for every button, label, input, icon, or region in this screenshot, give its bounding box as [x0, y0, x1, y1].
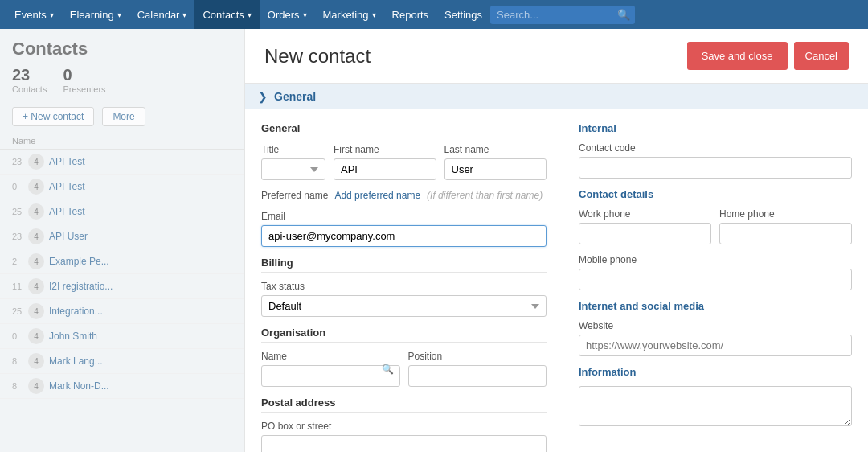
po-box-label: PO box or street [261, 421, 547, 432]
list-item[interactable]: 25 4 API Test [0, 199, 244, 224]
lastname-field-col: Last name [444, 144, 547, 180]
nav-item-calendar[interactable]: Calendar ▾ [129, 0, 195, 29]
nav-item-settings[interactable]: Settings [436, 0, 490, 29]
search-icon: 🔍 [617, 9, 630, 21]
firstname-label: First name [334, 144, 436, 155]
cancel-button[interactable]: Cancel [794, 42, 849, 70]
list-item[interactable]: 2 4 Example Pe... [0, 249, 244, 274]
new-contact-button[interactable]: + New contact [12, 107, 94, 126]
list-item[interactable]: 8 4 Mark Non-D... [0, 374, 244, 399]
preferred-name-hint: (If different than first name) [427, 190, 542, 201]
contact-code-input[interactable] [579, 157, 852, 179]
email-input[interactable] [261, 225, 547, 247]
position-input[interactable] [408, 365, 547, 387]
nav-item-events[interactable]: Events ▾ [6, 0, 62, 29]
chevron-down-icon: ▾ [248, 10, 252, 19]
list-item[interactable]: 0 4 John Smith [0, 324, 244, 349]
contact-code-col: Contact code [579, 142, 852, 179]
contact-code-row: Contact code [579, 142, 852, 179]
contact-code-label: Contact code [579, 142, 852, 154]
add-preferred-name-link[interactable]: Add preferred name [334, 190, 420, 201]
internal-section: Internal Contact code [579, 122, 852, 179]
tax-status-select[interactable]: Default Exempt Standard [261, 295, 547, 317]
nav-item-elearning[interactable]: Elearning ▾ [62, 0, 129, 29]
firstname-input[interactable] [334, 158, 436, 180]
list-item[interactable]: 8 4 Mark Lang... [0, 349, 244, 374]
name-fields-row: Title Mr Ms Mrs Dr First name [261, 144, 547, 180]
phone-row: Work phone Home phone [579, 208, 852, 244]
general-section-header[interactable]: ❯ General [245, 84, 868, 109]
internet-title: Internet and social media [579, 300, 852, 312]
billing-title: Billing [261, 257, 547, 273]
organisation-title: Organisation [261, 327, 547, 343]
avatar: 4 [28, 353, 44, 369]
nav-item-marketing[interactable]: Marketing ▾ [315, 0, 384, 29]
information-textarea[interactable] [579, 386, 852, 426]
work-phone-label: Work phone [579, 208, 711, 220]
avatar: 4 [28, 303, 44, 319]
main-content: New contact Save and close Cancel ❯ Gene… [245, 29, 868, 452]
stat-contacts: 23 Contacts [12, 66, 47, 94]
avatar: 4 [28, 228, 44, 244]
email-field-col: Email [261, 211, 547, 247]
organisation-section: Organisation Name 🔍 Position [261, 327, 547, 387]
sidebar-list: 23 4 API Test0 4 API Test25 4 API Test23… [0, 150, 244, 399]
stat-presenters: 0 Presenters [63, 66, 105, 94]
mobile-phone-label: Mobile phone [579, 254, 852, 265]
mobile-row: Mobile phone [579, 254, 852, 290]
firstname-field-col: First name [334, 144, 436, 180]
title-select[interactable]: Mr Ms Mrs Dr [261, 158, 326, 180]
postal-section: Postal address PO box or street [261, 397, 547, 452]
chevron-down-icon: ▾ [117, 10, 121, 19]
website-col: Website [579, 320, 852, 356]
more-button[interactable]: More [102, 107, 145, 126]
po-box-input[interactable] [261, 435, 547, 452]
avatar: 4 [28, 253, 44, 269]
nav-item-reports[interactable]: Reports [384, 0, 437, 29]
nav-item-contacts[interactable]: Contacts ▾ [194, 0, 259, 29]
chevron-down-icon: ▾ [50, 10, 54, 19]
work-phone-input[interactable] [579, 223, 711, 244]
nav-item-orders[interactable]: Orders ▾ [260, 0, 315, 29]
avatar: 4 [28, 203, 44, 220]
title-field-col: Title Mr Ms Mrs Dr [261, 144, 326, 180]
org-name-label: Name [261, 351, 400, 362]
list-item[interactable]: 25 4 Integration... [0, 299, 244, 324]
avatar: 4 [28, 179, 44, 195]
form-right-column: Internal Contact code Contact details Wo… [579, 122, 852, 452]
list-item[interactable]: 23 4 API User [0, 224, 244, 249]
org-fields-row: Name 🔍 Position [261, 351, 547, 387]
internet-section: Internet and social media Website [579, 300, 852, 356]
website-input[interactable] [579, 335, 852, 356]
chevron-right-icon: ❯ [258, 90, 268, 103]
mobile-phone-input[interactable] [579, 269, 852, 290]
postal-title: Postal address [261, 397, 547, 413]
form-body: General Title Mr Ms Mrs Dr [245, 109, 868, 452]
billing-section: Billing Tax status Default Exempt Standa… [261, 257, 547, 317]
internal-title: Internal [579, 122, 852, 134]
contact-details-title: Contact details [579, 188, 852, 200]
sidebar-stats: 23 Contacts 0 Presenters [0, 66, 244, 104]
title-label: Title [261, 144, 326, 155]
list-item[interactable]: 11 4 I2I registratio... [0, 274, 244, 299]
save-and-close-button[interactable]: Save and close [687, 42, 788, 70]
main-layout: Contacts 23 Contacts 0 Presenters + New … [0, 29, 868, 452]
list-item[interactable]: 23 4 API Test [0, 150, 244, 175]
preferred-name-row: Preferred name Add preferred name (If di… [261, 190, 547, 201]
list-item[interactable]: 0 4 API Test [0, 175, 244, 199]
org-name-input[interactable] [261, 365, 400, 387]
org-name-col: Name 🔍 [261, 351, 400, 387]
avatar: 4 [28, 328, 44, 344]
chevron-down-icon: ▾ [303, 10, 307, 19]
section-title: General [274, 90, 316, 103]
form-header: New contact Save and close Cancel [245, 29, 868, 84]
contact-details-section: Contact details Work phone Home phone [579, 188, 852, 290]
chevron-down-icon: ▾ [182, 10, 186, 19]
lastname-input[interactable] [444, 158, 547, 180]
sidebar-title: Contacts [0, 39, 244, 66]
home-phone-input[interactable] [719, 223, 852, 244]
sidebar-table-header: Name [0, 133, 244, 150]
search-input[interactable] [490, 6, 635, 24]
information-title: Information [579, 366, 852, 378]
sidebar: Contacts 23 Contacts 0 Presenters + New … [0, 29, 245, 452]
